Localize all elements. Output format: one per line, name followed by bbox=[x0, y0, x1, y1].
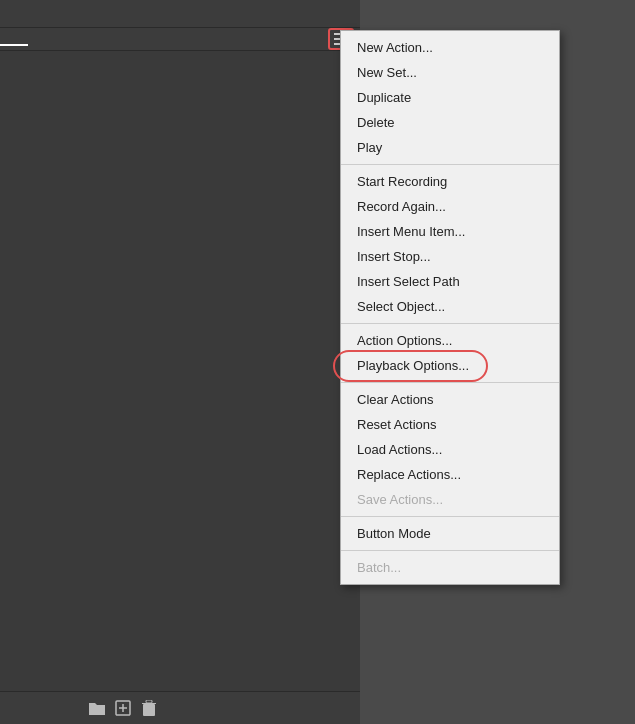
menu-item-reset-actions[interactable]: Reset Actions bbox=[341, 412, 559, 437]
menu-item-button-mode[interactable]: Button Mode bbox=[341, 521, 559, 546]
new-action-button[interactable] bbox=[112, 697, 134, 719]
menu-item-record-again---[interactable]: Record Again... bbox=[341, 194, 559, 219]
menu-separator bbox=[341, 516, 559, 517]
menu-item-start-recording[interactable]: Start Recording bbox=[341, 169, 559, 194]
menu-item-replace-actions---[interactable]: Replace Actions... bbox=[341, 462, 559, 487]
menu-separator bbox=[341, 164, 559, 165]
folder-button[interactable] bbox=[86, 697, 108, 719]
tab-actions[interactable] bbox=[0, 32, 28, 46]
svg-rect-4 bbox=[146, 700, 152, 703]
menu-item-clear-actions[interactable]: Clear Actions bbox=[341, 387, 559, 412]
menu-separator bbox=[341, 382, 559, 383]
menu-item-batch---: Batch... bbox=[341, 555, 559, 580]
dropdown-menu: New Action...New Set...DuplicateDeletePl… bbox=[340, 30, 560, 585]
panel-content bbox=[0, 51, 360, 691]
delete-action-button[interactable] bbox=[138, 697, 160, 719]
menu-item-play[interactable]: Play bbox=[341, 135, 559, 160]
panel-toolbar bbox=[0, 691, 360, 724]
menu-item-insert-menu-item---[interactable]: Insert Menu Item... bbox=[341, 219, 559, 244]
menu-item-playback-options---[interactable]: Playback Options... bbox=[341, 353, 559, 378]
play-button[interactable] bbox=[60, 697, 82, 719]
tab-links[interactable] bbox=[28, 32, 56, 46]
menu-item-insert-select-path[interactable]: Insert Select Path bbox=[341, 269, 559, 294]
menu-item-new-action---[interactable]: New Action... bbox=[341, 35, 559, 60]
record-button[interactable] bbox=[34, 697, 56, 719]
menu-item-delete[interactable]: Delete bbox=[341, 110, 559, 135]
menu-item-save-actions---: Save Actions... bbox=[341, 487, 559, 512]
menu-item-new-set---[interactable]: New Set... bbox=[341, 60, 559, 85]
menu-item-duplicate[interactable]: Duplicate bbox=[341, 85, 559, 110]
actions-panel bbox=[0, 0, 360, 724]
menu-item-insert-stop---[interactable]: Insert Stop... bbox=[341, 244, 559, 269]
menu-item-action-options---[interactable]: Action Options... bbox=[341, 328, 559, 353]
svg-rect-5 bbox=[143, 704, 155, 716]
stop-button[interactable] bbox=[8, 697, 30, 719]
menu-item-select-object---[interactable]: Select Object... bbox=[341, 294, 559, 319]
panel-titlebar bbox=[0, 0, 360, 28]
menu-item-load-actions---[interactable]: Load Actions... bbox=[341, 437, 559, 462]
menu-separator bbox=[341, 550, 559, 551]
panel-tabs bbox=[0, 28, 360, 51]
menu-separator bbox=[341, 323, 559, 324]
